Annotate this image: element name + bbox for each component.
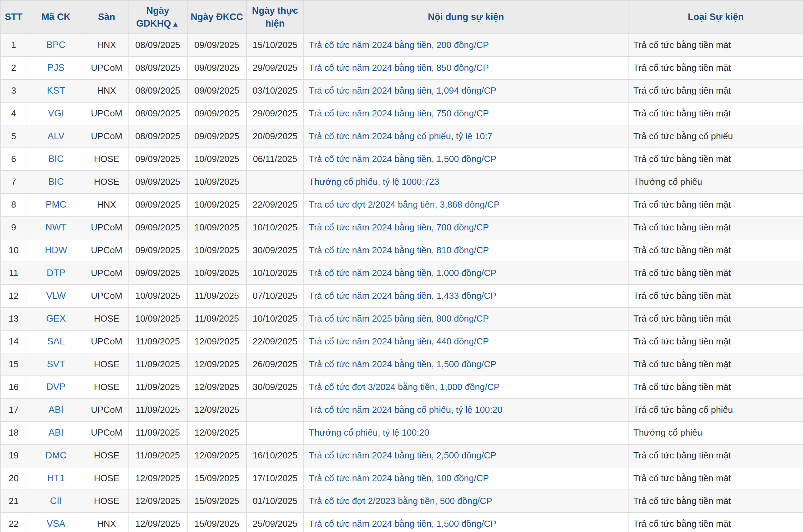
event-row: 19 DMC HOSE 11/09/2025 12/09/2025 16/10/… bbox=[0, 444, 803, 467]
ticker-link[interactable]: BIC bbox=[48, 177, 64, 187]
column-header-exchange[interactable]: Sàn bbox=[85, 0, 128, 34]
ticker-cell: DTP bbox=[27, 262, 85, 285]
column-header-stt[interactable]: STT bbox=[0, 0, 27, 34]
ex-dividend-date-cell: 09/09/2025 bbox=[128, 171, 187, 193]
event-content-link[interactable]: Trả cổ tức năm 2024 bằng tiền, 100 đồng/… bbox=[309, 473, 489, 483]
execution-date-cell: 10/10/2025 bbox=[246, 307, 304, 330]
ex-dividend-date-cell: 12/09/2025 bbox=[128, 490, 187, 513]
execution-date-cell bbox=[246, 399, 304, 421]
ticker-cell: VSA bbox=[27, 513, 85, 532]
ticker-link[interactable]: VGI bbox=[48, 108, 64, 118]
ex-dividend-date-cell: 10/09/2025 bbox=[128, 285, 187, 307]
event-content-link[interactable]: Trả cổ tức năm 2024 bằng tiền, 850 đồng/… bbox=[309, 63, 489, 73]
ticker-link[interactable]: DVP bbox=[46, 382, 66, 392]
event-content-link[interactable]: Trả cổ tức năm 2024 bằng tiền, 750 đồng/… bbox=[309, 108, 489, 118]
ticker-link[interactable]: NWT bbox=[45, 222, 66, 232]
column-header-event-content[interactable]: Nội dung sự kiện bbox=[304, 0, 628, 34]
ticker-cell: ALV bbox=[27, 125, 85, 148]
ticker-link[interactable]: BIC bbox=[48, 154, 64, 164]
column-header-execution-date[interactable]: Ngày thực hiện bbox=[246, 0, 304, 34]
ex-dividend-date-cell: 11/09/2025 bbox=[128, 330, 187, 353]
ticker-link[interactable]: PJS bbox=[47, 63, 65, 73]
ticker-link[interactable]: VLW bbox=[46, 291, 66, 301]
event-content-link[interactable]: Trả cổ tức đợt 2/2023 bằng tiền, 500 đồn… bbox=[309, 496, 492, 506]
event-content-link[interactable]: Thưởng cổ phiếu, tỷ lệ 100:20 bbox=[309, 427, 429, 438]
exchange-cell: UPCoM bbox=[85, 285, 128, 307]
exchange-cell: UPCoM bbox=[85, 421, 128, 444]
row-index-cell: 10 bbox=[0, 239, 27, 262]
event-content-link[interactable]: Trả cổ tức năm 2024 bằng tiền, 700 đồng/… bbox=[309, 222, 489, 232]
event-content-link[interactable]: Trả cổ tức năm 2024 bằng tiền, 200 đồng/… bbox=[309, 40, 489, 50]
ticker-link[interactable]: DMC bbox=[45, 450, 67, 460]
event-content-link[interactable]: Trả cổ tức năm 2024 bằng tiền, 1,500 đồn… bbox=[309, 519, 497, 529]
execution-date-cell: 29/09/2025 bbox=[246, 57, 304, 79]
event-type-cell: Trả cổ tức bằng tiền mặt bbox=[628, 513, 803, 532]
event-content-cell: Trả cổ tức năm 2024 bằng tiền, 2,500 đồn… bbox=[304, 444, 628, 467]
event-content-link[interactable]: Trả cổ tức đợt 3/2024 bằng tiền, 1,000 đ… bbox=[309, 382, 500, 392]
event-row: 11 DTP UPCoM 09/09/2025 10/09/2025 10/10… bbox=[0, 262, 803, 285]
event-content-link[interactable]: Trả cổ tức năm 2024 bằng tiền, 1,094 đồn… bbox=[309, 85, 497, 96]
event-row: 21 CII HOSE 12/09/2025 15/09/2025 01/10/… bbox=[0, 490, 803, 513]
sort-ascending-icon: ▲ bbox=[172, 20, 179, 28]
event-row: 9 NWT UPCoM 09/09/2025 10/09/2025 10/10/… bbox=[0, 216, 803, 239]
ex-dividend-date-cell: 11/09/2025 bbox=[128, 376, 187, 399]
event-content-link[interactable]: Trả cổ tức năm 2024 bằng tiền, 1,500 đồn… bbox=[309, 154, 497, 164]
event-content-link[interactable]: Trả cổ tức năm 2024 bằng tiền, 1,000 đồn… bbox=[309, 268, 497, 278]
event-content-link[interactable]: Trả cổ tức đợt 2/2024 bằng tiền, 3,868 đ… bbox=[309, 199, 500, 210]
ticker-link[interactable]: VSA bbox=[47, 519, 65, 529]
ticker-link[interactable]: HDW bbox=[45, 245, 67, 255]
record-date-cell: 09/09/2025 bbox=[187, 102, 246, 125]
event-row: 1 BPC HNX 08/09/2025 09/09/2025 15/10/20… bbox=[0, 34, 803, 57]
event-content-link[interactable]: Trả cổ tức năm 2024 bằng tiền, 2,500 đồn… bbox=[309, 450, 497, 460]
record-date-cell: 12/09/2025 bbox=[187, 376, 246, 399]
event-content-link[interactable]: Trả cổ tức năm 2024 bằng tiền, 1,500 đồn… bbox=[309, 359, 497, 369]
ticker-link[interactable]: BPC bbox=[46, 40, 66, 50]
event-row: 3 KST HNX 08/09/2025 09/09/2025 03/10/20… bbox=[0, 79, 803, 102]
ticker-link[interactable]: GEX bbox=[46, 313, 66, 324]
event-content-link[interactable]: Trả cổ tức năm 2024 bằng tiền, 440 đồng/… bbox=[309, 336, 489, 346]
ex-dividend-date-cell: 08/09/2025 bbox=[128, 34, 187, 57]
ex-dividend-date-cell: 09/09/2025 bbox=[128, 239, 187, 262]
ticker-link[interactable]: SAL bbox=[47, 336, 65, 346]
record-date-cell: 09/09/2025 bbox=[187, 34, 246, 57]
ticker-cell: ABI bbox=[27, 399, 85, 421]
event-row: 18 ABI UPCoM 11/09/2025 12/09/2025 Thưởn… bbox=[0, 421, 803, 444]
ticker-link[interactable]: KST bbox=[47, 85, 65, 96]
event-content-link[interactable]: Thưởng cổ phiếu, tỷ lệ 1000:723 bbox=[309, 177, 439, 187]
event-type-cell: Trả cổ tức bằng tiền mặt bbox=[628, 34, 803, 57]
event-type-cell: Trả cổ tức bằng tiền mặt bbox=[628, 285, 803, 307]
ex-dividend-date-cell: 10/09/2025 bbox=[128, 307, 187, 330]
column-header-ticker[interactable]: Mã CK bbox=[27, 0, 85, 34]
event-content-cell: Trả cổ tức năm 2024 bằng tiền, 200 đồng/… bbox=[304, 34, 628, 57]
ticker-link[interactable]: ALV bbox=[47, 131, 64, 141]
ticker-link[interactable]: PMC bbox=[46, 199, 66, 210]
ticker-link[interactable]: CII bbox=[50, 496, 62, 506]
column-header-ex-dividend-date[interactable]: Ngày GDKHQ▲ bbox=[128, 0, 187, 34]
row-index-cell: 12 bbox=[0, 285, 27, 307]
ticker-link[interactable]: ABI bbox=[48, 405, 64, 415]
ticker-link[interactable]: HT1 bbox=[47, 473, 65, 483]
column-header-record-date[interactable]: Ngày ĐKCC bbox=[187, 0, 246, 34]
row-index-cell: 14 bbox=[0, 330, 27, 353]
corporate-events-table: STT Mã CK Sàn Ngày GDKHQ▲ Ngày ĐKCC Ngày… bbox=[0, 0, 803, 532]
event-content-link[interactable]: Trả cổ tức năm 2024 bằng tiền, 1,433 đồn… bbox=[309, 291, 497, 301]
ticker-link[interactable]: ABI bbox=[48, 427, 64, 438]
exchange-cell: HOSE bbox=[85, 148, 128, 171]
event-content-link[interactable]: Trả cổ tức năm 2024 bằng cổ phiếu, tỷ lệ… bbox=[309, 405, 502, 415]
event-content-link[interactable]: Trả cổ tức năm 2024 bằng tiền, 810 đồng/… bbox=[309, 245, 489, 255]
event-row: 8 PMC HNX 09/09/2025 10/09/2025 22/09/20… bbox=[0, 193, 803, 216]
ticker-link[interactable]: SVT bbox=[47, 359, 65, 369]
record-date-cell: 10/09/2025 bbox=[187, 171, 246, 193]
event-content-link[interactable]: Trả cổ tức năm 2025 bằng tiền, 800 đồng/… bbox=[309, 313, 489, 324]
event-content-cell: Trả cổ tức năm 2024 bằng tiền, 1,500 đồn… bbox=[304, 148, 628, 171]
record-date-cell: 10/09/2025 bbox=[187, 193, 246, 216]
execution-date-cell: 15/10/2025 bbox=[246, 34, 304, 57]
event-content-cell: Trả cổ tức năm 2024 bằng tiền, 1,500 đồn… bbox=[304, 513, 628, 532]
ticker-link[interactable]: DTP bbox=[47, 268, 65, 278]
exchange-cell: HOSE bbox=[85, 467, 128, 490]
row-index-cell: 18 bbox=[0, 421, 27, 444]
record-date-cell: 09/09/2025 bbox=[187, 79, 246, 102]
event-type-cell: Trả cổ tức bằng tiền mặt bbox=[628, 490, 803, 513]
column-header-event-type[interactable]: Loại Sự kiện bbox=[628, 0, 803, 34]
event-content-link[interactable]: Trả cổ tức năm 2024 bằng cổ phiếu, tỷ lệ… bbox=[309, 131, 492, 141]
